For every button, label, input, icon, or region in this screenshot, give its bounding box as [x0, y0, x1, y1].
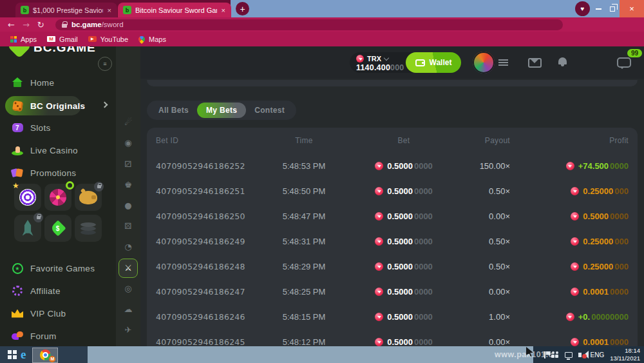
- sidebar-item-bc-originals[interactable]: BC Originals: [0, 99, 116, 113]
- balance-main: 1140.400: [356, 63, 390, 72]
- bookmark-gmail[interactable]: M Gmail: [47, 35, 78, 43]
- network-icon[interactable]: [565, 352, 573, 358]
- browser-tab-1[interactable]: b $1,000 Prestige Saviour Sword C ×: [15, 3, 117, 17]
- mail-icon[interactable]: [528, 58, 542, 68]
- reload-icon[interactable]: ↻: [37, 20, 44, 30]
- game-tile-rocket[interactable]: [14, 215, 41, 242]
- tray-date: 13/11/2021: [610, 355, 640, 362]
- target-icon: [19, 189, 36, 206]
- bell-icon[interactable]: [558, 57, 567, 64]
- bet-dim: 0000: [414, 262, 433, 271]
- game-tile-coins[interactable]: [75, 215, 102, 242]
- user-avatar[interactable]: [473, 52, 495, 74]
- wallet-button[interactable]: Wallet: [406, 52, 461, 73]
- live-casino-icon: [11, 144, 24, 157]
- game-cloud-icon[interactable]: ☁: [116, 304, 140, 314]
- sidebar-item-label: Live Casino: [30, 146, 78, 155]
- profit-value: 0.25000000: [571, 237, 629, 246]
- table-row[interactable]: 40709052946186245 5:48:12 PM 0.50000000 …: [147, 329, 638, 346]
- bet-dim: 0000: [414, 287, 433, 297]
- trx-coin-icon: [571, 212, 579, 221]
- profit-value: +0.00000000: [566, 312, 629, 322]
- game-plane-icon[interactable]: ✈: [116, 325, 140, 335]
- maximize-button[interactable]: [605, 0, 620, 17]
- table-row[interactable]: 40709052946186249 5:48:31 PM 0.50000000 …: [147, 229, 638, 254]
- close-window-button[interactable]: ×: [620, 0, 644, 17]
- volume-muted-icon[interactable]: [578, 353, 582, 357]
- game-eye-icon[interactable]: ◎: [116, 284, 140, 293]
- internet-explorer-icon[interactable]: e: [21, 348, 26, 362]
- bet-dim: 0000: [414, 237, 433, 246]
- game-timer-icon[interactable]: ◔: [116, 242, 140, 251]
- sidebar-item-vip-club[interactable]: VIP Club: [0, 306, 116, 320]
- game-tile-wheel[interactable]: [44, 184, 71, 211]
- sidebar-item-forum[interactable]: Forum: [0, 329, 116, 343]
- sidebar-item-favorite-games[interactable]: Favorite Games: [0, 261, 116, 275]
- bcgame-logo-icon: [8, 46, 32, 58]
- profit-value: 0.00010000: [571, 287, 629, 297]
- url-host: bc.game: [71, 21, 102, 28]
- bet-amount: 0.50000000: [375, 211, 433, 221]
- clock[interactable]: 18:14 13/11/2021: [610, 347, 640, 362]
- maps-pin-icon: [137, 34, 146, 43]
- sidebar-item-promotions[interactable]: Promotions: [0, 166, 116, 180]
- sidebar-collapse-button[interactable]: ≡: [98, 57, 112, 71]
- browser-tab-2-active[interactable]: b Bitcoin Saviour Sword Game - Pl ×: [118, 3, 231, 17]
- trx-coin-icon: [375, 162, 383, 170]
- game-sword-active[interactable]: ⚔: [118, 259, 138, 278]
- game-crown-icon[interactable]: ♚: [116, 180, 140, 190]
- media-heart-button[interactable]: ♥: [575, 1, 590, 16]
- game-dice-icon[interactable]: ⚄: [116, 221, 140, 231]
- sidebar-item-slots[interactable]: Slots: [0, 121, 116, 135]
- game-coinflip-icon[interactable]: ⚂: [116, 159, 140, 169]
- sidebar-item-label: Forum: [30, 331, 57, 341]
- sidebar-item-label: Promotions: [30, 168, 76, 178]
- table-row[interactable]: 40709052946186247 5:48:25 PM 0.50000000 …: [147, 279, 638, 304]
- start-button[interactable]: [8, 350, 12, 354]
- game-wheel-icon[interactable]: ◉: [116, 138, 140, 148]
- table-row[interactable]: 40709052946186250 5:48:47 PM 0.50000000 …: [147, 204, 638, 229]
- taskbar-left: e M: [0, 346, 88, 363]
- minimize-button[interactable]: [591, 0, 605, 17]
- language-indicator[interactable]: ENG: [590, 351, 604, 358]
- tab-close-icon[interactable]: ×: [221, 6, 226, 14]
- coins-stack-icon: [80, 222, 96, 227]
- chrome-taskbar-button[interactable]: M: [32, 348, 58, 363]
- url-bar[interactable]: bc.game/sword: [55, 19, 563, 30]
- sidebar-item-affiliate[interactable]: Affiliate: [0, 284, 116, 298]
- tab-all-bets[interactable]: All Bets: [150, 106, 197, 115]
- game-crash-icon[interactable]: ☄: [116, 117, 140, 127]
- back-icon[interactable]: ←: [8, 20, 15, 30]
- sidebar-item-label: BC Originals: [30, 101, 85, 111]
- chat-icon[interactable]: [617, 57, 631, 68]
- bookmark-maps[interactable]: Maps: [138, 35, 166, 43]
- tab-my-bets[interactable]: My Bets: [197, 103, 246, 118]
- game-ball-icon[interactable]: ●: [116, 201, 140, 210]
- bookmark-youtube[interactable]: ▶ YouTube: [88, 35, 128, 43]
- game-tile-price-tag[interactable]: [44, 215, 71, 242]
- sidebar-item-home[interactable]: Home: [0, 75, 116, 90]
- account-menu-icon[interactable]: [498, 59, 508, 66]
- game-tile-darts[interactable]: ★: [14, 184, 41, 211]
- table-row[interactable]: 40709052946186246 5:48:15 PM 0.50000000 …: [147, 304, 638, 329]
- game-tile-piggy[interactable]: [75, 184, 102, 211]
- table-row[interactable]: 40709052946186252 5:48:53 PM 0.50000000 …: [147, 153, 638, 179]
- tab-contest[interactable]: Contest: [246, 106, 293, 115]
- bet-time: 5:48:15 PM: [283, 312, 326, 322]
- tab-close-icon[interactable]: ×: [107, 6, 112, 14]
- url-path: /sword: [102, 21, 124, 28]
- sidebar-item-label: Affiliate: [30, 286, 61, 296]
- bookmark-apps[interactable]: Apps: [10, 35, 37, 43]
- favorite-star-icon: [11, 262, 24, 275]
- table-row[interactable]: 40709052946186248 5:48:29 PM 0.50000000 …: [147, 254, 638, 279]
- sidebar-item-live-casino[interactable]: Live Casino: [0, 143, 116, 157]
- minimize-icon: [596, 8, 601, 10]
- forward-icon[interactable]: →: [23, 20, 30, 30]
- profit-dim: 0000: [610, 211, 629, 221]
- table-row[interactable]: 40709052946186251 5:48:50 PM 0.50000000 …: [147, 179, 638, 204]
- trx-coin-icon: [375, 237, 383, 246]
- wheel-icon: [50, 189, 66, 206]
- new-tab-button[interactable]: +: [236, 2, 249, 15]
- bcgame-logo[interactable]: BC.GAME: [0, 46, 116, 61]
- restore-icon: [610, 6, 615, 12]
